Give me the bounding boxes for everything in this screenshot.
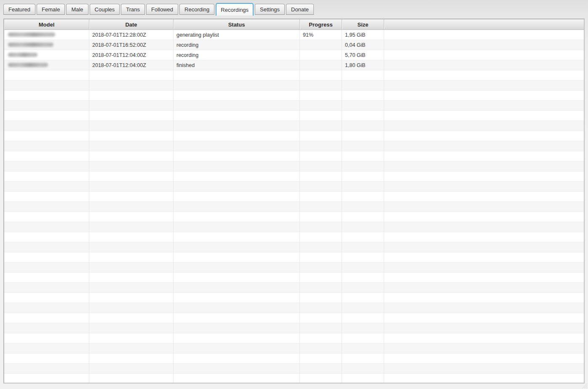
cell-model: [4, 80, 89, 90]
cell-progress: [300, 374, 342, 384]
cell-size: [342, 182, 384, 191]
cell-status: [174, 182, 300, 191]
column-header-extra[interactable]: [384, 19, 584, 30]
cell-status: [174, 141, 300, 151]
tab-label: Recording: [184, 6, 209, 13]
tab-bar: Featured Female Male Couples Trans Follo…: [3, 3, 315, 15]
cell-progress: [300, 293, 342, 303]
cell-date: [89, 161, 174, 171]
table-row-empty: [4, 242, 584, 252]
cell-size: [342, 202, 384, 212]
table-row[interactable]: 2018-07-01T12:28:00Z generating playlist…: [4, 30, 584, 40]
cell-progress: [300, 151, 342, 161]
cell-size: [342, 343, 384, 353]
cell-size: [342, 323, 384, 333]
cell-status: [174, 283, 300, 292]
column-header-status[interactable]: Status: [174, 19, 300, 30]
table-row-empty: [4, 70, 584, 80]
cell-date: [89, 131, 174, 141]
cell-extra: [384, 172, 584, 181]
cell-model: [4, 40, 89, 50]
cell-progress: [300, 343, 342, 353]
tab-label: Female: [42, 6, 60, 13]
cell-model: [4, 101, 89, 110]
table-row-empty: [4, 192, 584, 202]
cell-date: [89, 141, 174, 151]
table-row-empty: [4, 131, 584, 141]
cell-model: [4, 60, 89, 70]
table-row-empty: [4, 343, 584, 354]
cell-progress: [300, 313, 342, 323]
tab-label: Couples: [95, 6, 115, 13]
cell-date: [89, 70, 174, 80]
cell-size: [342, 101, 384, 110]
column-header-model[interactable]: Model: [4, 19, 89, 30]
cell-extra: [384, 50, 584, 60]
column-header-size[interactable]: Size: [342, 19, 384, 30]
cell-progress: [300, 60, 342, 70]
tab-male[interactable]: Male: [66, 4, 88, 15]
cell-extra: [384, 283, 584, 292]
cell-size: [342, 333, 384, 343]
cell-date: [89, 232, 174, 242]
cell-progress: [300, 273, 342, 282]
table-header-row: ModelDateStatusProgressSize: [4, 19, 584, 30]
column-header-date[interactable]: Date: [89, 19, 174, 30]
redacted-model-name: [8, 53, 37, 57]
tab-recording[interactable]: Recording: [179, 4, 214, 15]
cell-extra: [384, 252, 584, 262]
tab-followed[interactable]: Followed: [146, 4, 178, 15]
table-row-empty: [4, 111, 584, 121]
tab-donate[interactable]: Donate: [286, 4, 314, 15]
cell-size: 1,80 GiB: [342, 60, 384, 70]
cell-progress: [300, 101, 342, 110]
cell-progress: [300, 40, 342, 50]
cell-model: [4, 192, 89, 201]
cell-model: [4, 141, 89, 151]
cell-size: [342, 313, 384, 323]
cell-date: [89, 202, 174, 212]
cell-date: [89, 374, 174, 384]
recordings-table[interactable]: ModelDateStatusProgressSize 2018-07-01T1…: [3, 19, 585, 384]
cell-model: [4, 333, 89, 343]
tab-female[interactable]: Female: [37, 4, 65, 15]
cell-model: [4, 313, 89, 323]
resize-grip-icon[interactable]: [581, 382, 587, 388]
tab-label: Trans: [126, 6, 140, 13]
tab-couples[interactable]: Couples: [90, 4, 120, 15]
table-row-empty: [4, 80, 584, 91]
cell-status: [174, 121, 300, 131]
tab-trans[interactable]: Trans: [121, 4, 145, 15]
cell-extra: [384, 91, 584, 100]
tab-label: Male: [71, 6, 83, 13]
cell-model: [4, 222, 89, 232]
column-header-progress[interactable]: Progress: [300, 19, 342, 30]
table-row[interactable]: 2018-07-01T12:04:00Z finished 1,80 GiB: [4, 60, 584, 70]
cell-extra: [384, 333, 584, 343]
tab-label: Featured: [8, 6, 30, 13]
cell-size: [342, 91, 384, 100]
tab-settings[interactable]: Settings: [255, 4, 285, 15]
cell-status: [174, 202, 300, 212]
table-row-empty: [4, 313, 584, 323]
cell-status: [174, 252, 300, 262]
cell-progress: [300, 222, 342, 232]
cell-progress: [300, 354, 342, 363]
cell-status: [174, 101, 300, 110]
table-row-empty: [4, 121, 584, 131]
cell-date: [89, 283, 174, 292]
cell-model: [4, 354, 89, 363]
cell-status: [174, 80, 300, 90]
cell-status: [174, 293, 300, 303]
table-row-empty: [4, 283, 584, 293]
cell-date: [89, 151, 174, 161]
cell-extra: [384, 121, 584, 131]
cell-status: [174, 374, 300, 384]
cell-date: [89, 293, 174, 303]
cell-size: [342, 172, 384, 181]
tab-featured[interactable]: Featured: [3, 4, 35, 15]
table-row[interactable]: 2018-07-01T16:52:00Z recording 0,04 GiB: [4, 40, 584, 50]
tab-recordings[interactable]: Recordings: [216, 3, 254, 16]
table-row[interactable]: 2018-07-01T12:04:00Z recording 5,70 GiB: [4, 50, 584, 60]
cell-extra: [384, 101, 584, 110]
